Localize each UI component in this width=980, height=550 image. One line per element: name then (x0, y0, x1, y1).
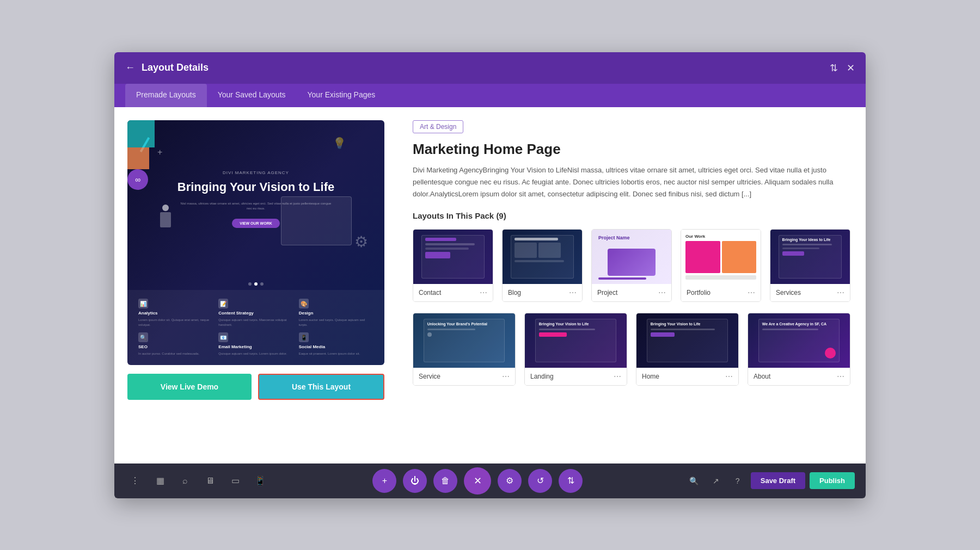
layout-card-services[interactable]: Bringing Your Ideas to Life Services ⋯ (770, 229, 850, 302)
portfolio-thumb: Our Work (681, 230, 761, 284)
modal-container: ← Layout Details ⇅ ✕ Premade Layouts You… (114, 52, 866, 498)
deco-person (157, 205, 174, 232)
save-draft-button[interactable]: Save Draft (751, 472, 805, 489)
feature-design-text: Lorem auctor sed turpis. Quisque aqiuam … (299, 318, 373, 327)
landing-menu[interactable]: ⋯ (614, 372, 621, 381)
feature-social-text: Eaque sit praesent. Lorem ipsum dolor si… (299, 351, 373, 356)
landing-footer: Landing ⋯ (525, 368, 627, 385)
grid-button[interactable]: ▦ (150, 471, 170, 491)
layout-card-service[interactable]: Unlocking Your Brand's Potential Service… (413, 313, 516, 386)
blog-inner (511, 235, 574, 279)
portfolio-menu[interactable]: ⋯ (748, 288, 755, 297)
preview-headline: Bringing Your Vision to Life (177, 180, 334, 195)
tablet-button[interactable]: ▭ (225, 471, 245, 491)
preview-agency-label: DIVI MARKETING AGENCY (223, 170, 289, 175)
services-menu[interactable]: ⋯ (837, 288, 844, 297)
deco-gear: ⚙ (354, 233, 368, 251)
blog-footer: Blog ⋯ (503, 284, 582, 301)
bottom-toolbar: ⋮ ▦ ⌕ 🖥 ▭ 📱 + ⏻ 🗑 ✕ ⚙ ↺ ⇅ 🔍 ↗ ? Save Dra… (114, 464, 866, 498)
toolbar-right: 🔍 ↗ ? Save Draft Publish (685, 472, 855, 490)
use-this-layout-button[interactable]: Use This Layout (258, 374, 384, 400)
desktop-button[interactable]: 🖥 (200, 471, 220, 491)
mobile-button[interactable]: 📱 (250, 471, 270, 491)
layout-card-about[interactable]: We Are a Creative Agency in SF, CA About… (748, 313, 850, 386)
services-name: Services (776, 289, 801, 296)
layout-card-blog[interactable]: Blog ⋯ (502, 229, 583, 302)
services-footer: Services ⋯ (770, 284, 850, 301)
service-thumb: Unlocking Your Brand's Potential (413, 313, 515, 368)
deco-person-head (162, 205, 169, 211)
add-button[interactable]: + (372, 469, 396, 493)
tab-existing-pages[interactable]: Your Existing Pages (297, 84, 387, 107)
settings-button[interactable]: ⚙ (498, 469, 522, 493)
right-panel[interactable]: Art & Design Marketing Home Page Divi Ma… (397, 107, 866, 498)
contact-inner (421, 235, 485, 279)
modal-header-right: ⇅ ✕ (830, 62, 855, 74)
layout-card-home[interactable]: Bringing Your Vision to Life Home ⋯ (636, 313, 739, 386)
home-menu[interactable]: ⋯ (725, 372, 733, 381)
modal-header-left: ← Layout Details (125, 62, 209, 73)
view-live-demo-button[interactable]: View Live Demo (127, 374, 252, 400)
close-modal-icon[interactable]: ✕ (847, 62, 855, 74)
dot-2[interactable] (254, 282, 258, 286)
service-inner: Unlocking Your Brand's Potential (424, 319, 505, 362)
trash-button[interactable]: 🗑 (433, 469, 457, 493)
category-badge: Art & Design (413, 120, 463, 133)
power-button[interactable]: ⏻ (403, 469, 427, 493)
tab-premade-layouts[interactable]: Premade Layouts (125, 84, 207, 107)
about-menu[interactable]: ⋯ (837, 372, 844, 381)
dots-menu-button[interactable]: ⋮ (125, 471, 145, 491)
about-name: About (754, 373, 770, 380)
help-icon[interactable]: ? (729, 472, 746, 490)
layout-card-portfolio[interactable]: Our Work Portfolio ⋯ (681, 229, 761, 302)
search-button[interactable]: ⌕ (175, 471, 195, 491)
close-button[interactable]: ✕ (464, 467, 491, 495)
service-menu[interactable]: ⋯ (502, 372, 510, 381)
home-thumb: Bringing Your Vision to Life (636, 313, 738, 368)
feature-content: 📝 Content Strategy Quisque aqiuam sed tu… (218, 299, 293, 327)
feature-seo: 🔍 SEO In auctor purso. Curabitur sed mal… (138, 332, 213, 356)
home-inner: Bringing Your Vision to Life (647, 319, 728, 362)
dot-1[interactable] (248, 282, 252, 286)
project-name: Project (597, 289, 617, 296)
preview-top: DIVI MARKETING AGENCY Bringing Your Visi… (127, 120, 384, 279)
home-name: Home (642, 373, 659, 380)
services-thumb: Bringing Your Ideas to Life (770, 230, 850, 284)
feature-social-title: Social Media (299, 344, 373, 349)
modal-body: DIVI MARKETING AGENCY Bringing Your Visi… (114, 107, 866, 498)
toolbar-left: ⋮ ▦ ⌕ 🖥 ▭ 📱 (125, 471, 270, 491)
back-button[interactable]: ← (125, 62, 135, 73)
preview-cta[interactable]: VIEW OUR WORK (232, 219, 280, 228)
contact-footer: Contact ⋯ (413, 284, 493, 301)
publish-button[interactable]: Publish (810, 472, 855, 489)
layout-card-project[interactable]: Project Name Project ⋯ (591, 229, 672, 302)
project-menu[interactable]: ⋯ (658, 288, 666, 297)
share-icon[interactable]: ↗ (707, 472, 725, 490)
preview-image: DIVI MARKETING AGENCY Bringing Your Visi… (127, 120, 384, 365)
tab-saved-layouts[interactable]: Your Saved Layouts (207, 84, 297, 107)
adjust-icon[interactable]: ⇅ (830, 62, 838, 74)
layout-card-contact[interactable]: Contact ⋯ (413, 229, 493, 302)
about-thumb: We Are a Creative Agency in SF, CA (748, 313, 850, 368)
modal-title: Layout Details (142, 62, 209, 73)
pack-title: Layouts In This Pack (9) (413, 211, 850, 220)
feature-analytics: 📊 Analytics Lorem ipsum dolor sit. Quisq… (138, 299, 213, 327)
feature-analytics-title: Analytics (138, 311, 213, 316)
blog-menu[interactable]: ⋯ (569, 288, 577, 297)
layout-card-landing[interactable]: Bringing Your Vision to Life Landing ⋯ (524, 313, 627, 386)
contact-thumb (413, 230, 493, 284)
deco-orange (127, 147, 149, 169)
deco-teal (127, 120, 155, 147)
project-thumb: Project Name (592, 230, 671, 284)
dot-3[interactable] (260, 282, 264, 286)
portfolio-name: Portfolio (687, 289, 710, 296)
landing-name: Landing (530, 373, 554, 380)
adjust-button[interactable]: ⇅ (559, 469, 583, 493)
email-icon: 📧 (218, 332, 228, 342)
history-button[interactable]: ↺ (528, 469, 552, 493)
contact-menu[interactable]: ⋯ (480, 288, 487, 297)
deco-plus: + (157, 147, 162, 157)
preview-actions: View Live Demo Use This Layout (127, 374, 384, 400)
search-right-icon[interactable]: 🔍 (685, 472, 703, 490)
landing-thumb: Bringing Your Vision to Life (525, 313, 627, 368)
